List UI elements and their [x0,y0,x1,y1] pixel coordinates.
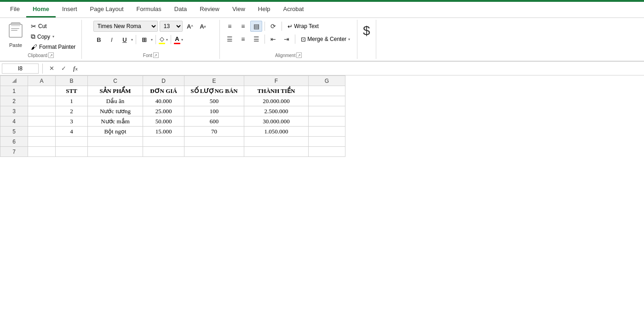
copy-dropdown-arrow[interactable]: ▾ [52,35,54,39]
border-button[interactable]: ⊞ [139,34,150,46]
cell-f5[interactable]: 1.050.000 [244,127,309,137]
insert-function-button[interactable]: fx [70,64,80,74]
font-color-btn[interactable]: A [174,35,180,44]
row-header-7[interactable]: 7 [0,147,28,157]
cell-f6[interactable] [244,137,309,147]
cell-f4[interactable]: 30.000.000 [244,116,309,127]
cell-g6[interactable] [309,137,345,147]
col-header-e[interactable]: E [184,76,244,86]
col-header-c[interactable]: C [88,76,143,86]
cell-d5[interactable]: 15.000 [143,127,184,137]
cell-a4[interactable] [28,116,56,127]
row-header-3[interactable]: 3 [0,106,28,116]
cell-b3[interactable]: 2 [56,106,88,116]
cell-c4[interactable]: Nước mắm [88,116,143,127]
font-name-select[interactable]: Times New Roma [93,21,158,32]
cell-f2[interactable]: 20.000.000 [244,96,309,106]
tab-home[interactable]: Home [26,2,56,17]
italic-button[interactable]: I [106,34,117,46]
cell-b2[interactable]: 1 [56,96,88,106]
wrap-text-button[interactable]: ↵ Wrap Text [284,21,322,32]
cell-f3[interactable]: 2.500.000 [244,106,309,116]
align-top-button[interactable]: ≡ [224,21,236,32]
cell-c2[interactable]: Dầu ăn [88,96,143,106]
cell-a6[interactable] [28,137,56,147]
align-middle-button[interactable]: ≡ [237,21,249,32]
cell-e2[interactable]: 500 [184,96,244,106]
cell-b1[interactable]: STT [56,86,88,96]
cell-d4[interactable]: 50.000 [143,116,184,127]
cell-g5[interactable] [309,127,345,137]
cell-c7[interactable] [88,147,143,157]
merge-center-button[interactable]: ⊡ Merge & Center ▾ [298,34,353,45]
col-header-g[interactable]: G [309,76,345,86]
col-header-b[interactable]: B [56,76,88,86]
cell-b7[interactable] [56,147,88,157]
col-header-f[interactable]: F [244,76,309,86]
font-grow-button[interactable]: A^ [184,21,196,32]
tab-review[interactable]: Review [193,2,226,17]
cell-d2[interactable]: 40.000 [143,96,184,106]
font-size-select[interactable]: 13 [160,21,183,32]
cell-g1[interactable] [309,86,345,96]
cell-g3[interactable] [309,106,345,116]
increase-indent-button[interactable]: ⇥ [281,34,293,45]
cell-c1[interactable]: SẢN PHẨM [88,86,143,96]
align-right-button[interactable]: ☰ [250,34,262,45]
align-left-button[interactable]: ☰ [224,34,236,45]
row-header-2[interactable]: 2 [0,96,28,106]
cell-d1[interactable]: ĐƠN GIÁ [143,86,184,96]
merge-dropdown[interactable]: ▾ [348,37,350,41]
clipboard-launcher[interactable]: ↗ [48,52,54,58]
row-header-4[interactable]: 4 [0,116,28,127]
cell-a5[interactable] [28,127,56,137]
align-center-button[interactable]: ≡ [237,34,249,45]
confirm-formula-button[interactable]: ✓ [58,64,69,74]
cell-b4[interactable]: 3 [56,116,88,127]
row-header-5[interactable]: 5 [0,127,28,137]
cell-e7[interactable] [184,147,244,157]
tab-page-layout[interactable]: Page Layout [84,2,130,17]
align-bottom-button[interactable]: ▤ [250,21,262,32]
cell-e5[interactable]: 70 [184,127,244,137]
cell-c6[interactable] [88,137,143,147]
dollar-sign[interactable]: $ [361,22,372,40]
highlight-color-btn[interactable]: ◇ [159,35,165,44]
name-box[interactable] [2,64,39,74]
cell-a3[interactable] [28,106,56,116]
cell-b6[interactable] [56,137,88,147]
col-header-d[interactable]: D [143,76,184,86]
tab-view[interactable]: View [226,2,252,17]
border-dropdown[interactable]: ▾ [151,38,153,42]
cell-g4[interactable] [309,116,345,127]
cell-a7[interactable] [28,147,56,157]
cell-c5[interactable]: Bột ngọt [88,127,143,137]
cell-f7[interactable] [244,147,309,157]
angle-text-button[interactable]: ⟳ [267,21,279,32]
cell-e4[interactable]: 600 [184,116,244,127]
col-header-a[interactable]: A [28,76,56,86]
alignment-launcher[interactable]: ↗ [296,52,302,58]
formula-input[interactable] [82,64,642,74]
cell-a1[interactable] [28,86,56,96]
cell-d3[interactable]: 25.000 [143,106,184,116]
tab-formulas[interactable]: Formulas [130,2,168,17]
cell-c3[interactable]: Nước tương [88,106,143,116]
font-color-dropdown[interactable]: ▾ [181,38,183,42]
tab-insert[interactable]: Insert [56,2,84,17]
tab-file[interactable]: File [4,2,26,17]
cell-b5[interactable]: 4 [56,127,88,137]
font-launcher[interactable]: ↗ [153,52,159,58]
cell-d6[interactable] [143,137,184,147]
cancel-formula-button[interactable]: ✕ [46,64,57,74]
cut-button[interactable]: ✂ Cut [29,22,78,31]
row-header-6[interactable]: 6 [0,137,28,147]
font-shrink-button[interactable]: Av [197,21,208,32]
bold-button[interactable]: B [93,34,104,46]
cell-g7[interactable] [309,147,345,157]
row-header-1[interactable]: 1 [0,86,28,96]
tab-data[interactable]: Data [168,2,193,17]
paste-button[interactable]: Paste [4,21,28,47]
cell-e3[interactable]: 100 [184,106,244,116]
underline-button[interactable]: U [119,34,130,46]
